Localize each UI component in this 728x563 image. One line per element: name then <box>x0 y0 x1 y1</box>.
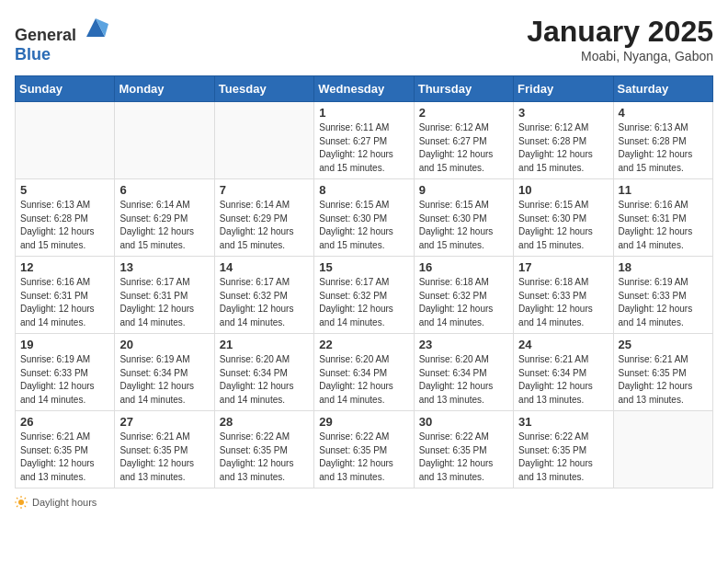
svg-line-8 <box>25 506 26 507</box>
calendar-header: SundayMondayTuesdayWednesdayThursdayFrid… <box>16 76 713 102</box>
day-info: Sunrise: 6:11 AM Sunset: 6:27 PM Dayligh… <box>319 121 408 175</box>
calendar-cell: 19Sunrise: 6:19 AM Sunset: 6:33 PM Dayli… <box>16 334 115 411</box>
calendar-cell: 22Sunrise: 6:20 AM Sunset: 6:34 PM Dayli… <box>314 334 414 411</box>
day-info: Sunrise: 6:20 AM Sunset: 6:34 PM Dayligh… <box>419 353 508 407</box>
logo-icon <box>83 15 108 40</box>
weekday-header-friday: Friday <box>514 76 613 102</box>
day-info: Sunrise: 6:22 AM Sunset: 6:35 PM Dayligh… <box>518 431 608 484</box>
week-row-4: 19Sunrise: 6:19 AM Sunset: 6:33 PM Dayli… <box>16 334 713 411</box>
day-number: 11 <box>619 183 708 197</box>
day-info: Sunrise: 6:17 AM Sunset: 6:31 PM Dayligh… <box>119 276 209 329</box>
day-info: Sunrise: 6:22 AM Sunset: 6:35 PM Dayligh… <box>220 431 309 484</box>
day-info: Sunrise: 6:21 AM Sunset: 6:35 PM Dayligh… <box>619 353 708 407</box>
day-number: 9 <box>419 183 508 197</box>
day-number: 25 <box>619 338 708 351</box>
weekday-header-monday: Monday <box>115 76 214 102</box>
day-number: 4 <box>619 106 708 120</box>
calendar-cell: 30Sunrise: 6:22 AM Sunset: 6:35 PM Dayli… <box>414 411 513 488</box>
calendar-cell <box>613 411 712 488</box>
calendar-cell: 14Sunrise: 6:17 AM Sunset: 6:32 PM Dayli… <box>214 257 313 334</box>
day-number: 7 <box>220 183 309 197</box>
day-info: Sunrise: 6:22 AM Sunset: 6:35 PM Dayligh… <box>319 431 408 484</box>
calendar-cell: 28Sunrise: 6:22 AM Sunset: 6:35 PM Dayli… <box>214 411 313 488</box>
day-info: Sunrise: 6:16 AM Sunset: 6:31 PM Dayligh… <box>619 199 708 252</box>
calendar-cell: 24Sunrise: 6:21 AM Sunset: 6:34 PM Dayli… <box>514 334 613 411</box>
calendar-cell: 26Sunrise: 6:21 AM Sunset: 6:35 PM Dayli… <box>16 411 115 488</box>
day-info: Sunrise: 6:22 AM Sunset: 6:35 PM Dayligh… <box>419 431 508 484</box>
day-info: Sunrise: 6:19 AM Sunset: 6:34 PM Dayligh… <box>119 353 209 407</box>
day-number: 21 <box>220 338 309 351</box>
day-number: 19 <box>20 338 109 351</box>
day-number: 12 <box>20 260 109 274</box>
day-info: Sunrise: 6:17 AM Sunset: 6:32 PM Dayligh… <box>220 276 309 329</box>
calendar-cell: 12Sunrise: 6:16 AM Sunset: 6:31 PM Dayli… <box>16 257 115 334</box>
day-info: Sunrise: 6:20 AM Sunset: 6:34 PM Dayligh… <box>319 353 408 407</box>
day-info: Sunrise: 6:21 AM Sunset: 6:35 PM Dayligh… <box>119 431 209 484</box>
calendar-cell: 27Sunrise: 6:21 AM Sunset: 6:35 PM Dayli… <box>115 411 214 488</box>
day-info: Sunrise: 6:16 AM Sunset: 6:31 PM Dayligh… <box>20 276 109 329</box>
calendar-cell: 23Sunrise: 6:20 AM Sunset: 6:34 PM Dayli… <box>414 334 513 411</box>
logo-general: General <box>15 26 76 44</box>
calendar-cell: 20Sunrise: 6:19 AM Sunset: 6:34 PM Dayli… <box>115 334 214 411</box>
calendar-cell: 21Sunrise: 6:20 AM Sunset: 6:34 PM Dayli… <box>214 334 313 411</box>
day-info: Sunrise: 6:15 AM Sunset: 6:30 PM Dayligh… <box>319 199 408 252</box>
svg-line-10 <box>17 506 17 507</box>
day-number: 18 <box>619 260 708 274</box>
calendar-cell <box>115 102 214 179</box>
day-number: 1 <box>319 106 408 120</box>
calendar-cell: 2Sunrise: 6:12 AM Sunset: 6:27 PM Daylig… <box>414 102 513 179</box>
calendar-cell: 11Sunrise: 6:16 AM Sunset: 6:31 PM Dayli… <box>613 179 712 257</box>
day-number: 8 <box>319 183 408 197</box>
day-info: Sunrise: 6:13 AM Sunset: 6:28 PM Dayligh… <box>619 121 708 175</box>
svg-line-9 <box>25 498 26 499</box>
calendar-cell: 25Sunrise: 6:21 AM Sunset: 6:35 PM Dayli… <box>613 334 712 411</box>
day-number: 16 <box>419 260 508 274</box>
day-info: Sunrise: 6:15 AM Sunset: 6:30 PM Dayligh… <box>518 199 608 252</box>
weekday-header-saturday: Saturday <box>613 76 712 102</box>
day-number: 27 <box>119 415 209 429</box>
logo-text: General Blue <box>15 15 108 64</box>
day-number: 28 <box>220 415 309 429</box>
day-number: 31 <box>518 415 608 429</box>
day-info: Sunrise: 6:14 AM Sunset: 6:29 PM Dayligh… <box>220 199 309 252</box>
calendar-cell: 15Sunrise: 6:17 AM Sunset: 6:32 PM Dayli… <box>314 257 414 334</box>
day-info: Sunrise: 6:18 AM Sunset: 6:32 PM Dayligh… <box>419 276 508 329</box>
day-info: Sunrise: 6:21 AM Sunset: 6:34 PM Dayligh… <box>518 353 608 407</box>
svg-line-7 <box>17 498 17 499</box>
svg-point-2 <box>18 500 24 505</box>
day-info: Sunrise: 6:12 AM Sunset: 6:28 PM Dayligh… <box>518 121 608 175</box>
day-number: 29 <box>319 415 408 429</box>
day-info: Sunrise: 6:20 AM Sunset: 6:34 PM Dayligh… <box>220 353 309 407</box>
weekday-header-thursday: Thursday <box>414 76 513 102</box>
day-number: 20 <box>119 338 209 351</box>
day-info: Sunrise: 6:21 AM Sunset: 6:35 PM Dayligh… <box>20 431 109 484</box>
day-number: 26 <box>20 415 109 429</box>
day-number: 3 <box>518 106 608 120</box>
week-row-2: 5Sunrise: 6:13 AM Sunset: 6:28 PM Daylig… <box>16 179 713 257</box>
calendar-cell: 7Sunrise: 6:14 AM Sunset: 6:29 PM Daylig… <box>214 179 313 257</box>
calendar-cell: 18Sunrise: 6:19 AM Sunset: 6:33 PM Dayli… <box>613 257 712 334</box>
weekday-header-tuesday: Tuesday <box>214 76 313 102</box>
calendar-location: Moabi, Nyanga, Gabon <box>527 49 713 63</box>
calendar-cell: 6Sunrise: 6:14 AM Sunset: 6:29 PM Daylig… <box>115 179 214 257</box>
title-block: January 2025 Moabi, Nyanga, Gabon <box>527 15 713 63</box>
day-info: Sunrise: 6:19 AM Sunset: 6:33 PM Dayligh… <box>619 276 708 329</box>
day-info: Sunrise: 6:18 AM Sunset: 6:33 PM Dayligh… <box>518 276 608 329</box>
calendar-cell: 17Sunrise: 6:18 AM Sunset: 6:33 PM Dayli… <box>514 257 613 334</box>
day-number: 30 <box>419 415 508 429</box>
day-number: 22 <box>319 338 408 351</box>
calendar-cell: 4Sunrise: 6:13 AM Sunset: 6:28 PM Daylig… <box>613 102 712 179</box>
day-number: 24 <box>518 338 608 351</box>
daylight-label: Daylight hours <box>32 497 97 508</box>
day-number: 15 <box>319 260 408 274</box>
calendar-body: 1Sunrise: 6:11 AM Sunset: 6:27 PM Daylig… <box>16 102 713 488</box>
day-info: Sunrise: 6:15 AM Sunset: 6:30 PM Dayligh… <box>419 199 508 252</box>
week-row-5: 26Sunrise: 6:21 AM Sunset: 6:35 PM Dayli… <box>16 411 713 488</box>
day-info: Sunrise: 6:12 AM Sunset: 6:27 PM Dayligh… <box>419 121 508 175</box>
day-number: 2 <box>419 106 508 120</box>
calendar-cell: 8Sunrise: 6:15 AM Sunset: 6:30 PM Daylig… <box>314 179 414 257</box>
sun-icon <box>15 496 28 509</box>
calendar-cell: 29Sunrise: 6:22 AM Sunset: 6:35 PM Dayli… <box>314 411 414 488</box>
calendar-cell <box>214 102 313 179</box>
calendar-cell: 31Sunrise: 6:22 AM Sunset: 6:35 PM Dayli… <box>514 411 613 488</box>
